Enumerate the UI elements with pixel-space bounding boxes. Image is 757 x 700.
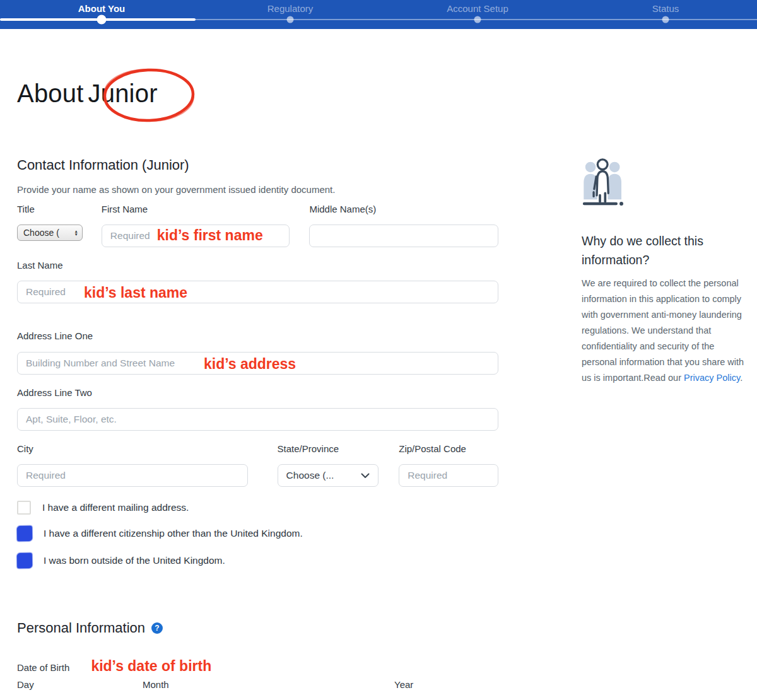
address2-field: Address Line Two xyxy=(17,388,498,431)
page-title: AboutJunior xyxy=(17,79,498,107)
contact-section-subtitle: Provide your name as shown on your gover… xyxy=(17,184,498,195)
personal-section-heading: Personal Information ? xyxy=(17,620,498,636)
last-name-field: Last Name kid’s last name xyxy=(17,260,498,303)
help-icon[interactable]: ? xyxy=(151,622,163,634)
day-label: Day xyxy=(17,680,143,690)
first-name-label: First Name xyxy=(102,204,310,214)
mailing-address-row: I have a different mailing address. xyxy=(17,501,498,515)
dob-label: Date of Birth xyxy=(17,662,69,673)
step-dot-account-setup[interactable] xyxy=(474,16,481,23)
city-label: City xyxy=(17,444,257,454)
dob-label-row: Date of Birth kid’s date of birth xyxy=(17,658,498,675)
address1-input[interactable] xyxy=(17,352,498,375)
address2-label: Address Line Two xyxy=(17,388,498,398)
annotation-dob: kid’s date of birth xyxy=(91,658,211,675)
page-title-circled-word: Junior xyxy=(88,79,158,107)
info-sidebar: Why do we collect this information? We a… xyxy=(582,154,747,386)
middle-name-label: Middle Name(s) xyxy=(309,204,498,214)
dob-fields-row: Day Month Choose (Required) Year xyxy=(17,680,498,700)
select-stepper-icon: ▲▼ xyxy=(74,230,78,236)
first-name-input[interactable] xyxy=(102,225,290,247)
privacy-policy-link[interactable]: Privacy Policy xyxy=(684,373,740,383)
contact-section-heading: Contact Information (Junior) xyxy=(17,157,498,173)
name-fields-row: Title Choose ( ▲▼ First Name kid’s first… xyxy=(17,204,498,247)
step-status[interactable]: Status xyxy=(652,3,679,14)
page-title-prefix: About xyxy=(17,79,84,107)
address2-input[interactable] xyxy=(17,408,498,431)
month-label: Month xyxy=(143,680,374,690)
step-dot-about-you[interactable] xyxy=(97,15,107,25)
year-label: Year xyxy=(394,680,498,690)
born-outside-label: I was born outside of the United Kingdom… xyxy=(44,555,225,566)
mailing-address-label: I have a different mailing address. xyxy=(42,502,189,513)
zip-label: Zip/Postal Code xyxy=(399,444,498,454)
chevron-down-icon xyxy=(361,473,370,479)
born-outside-row: I was born outside of the United Kingdom… xyxy=(17,553,498,568)
citizenship-label: I have a different citizenship other tha… xyxy=(44,528,303,539)
citizenship-checkbox-scribble[interactable] xyxy=(17,526,32,541)
zip-input[interactable] xyxy=(399,464,498,487)
title-label: Title xyxy=(17,204,102,214)
city-state-zip-row: City State/Province Choose (... Zip/Post… xyxy=(17,444,498,487)
sidebar-heading: Why do we collect this information? xyxy=(582,231,747,269)
mailing-address-checkbox[interactable] xyxy=(17,501,31,515)
step-account-setup[interactable]: Account Setup xyxy=(447,3,508,14)
wizard-step-bar: About You Regulatory Account Setup Statu… xyxy=(0,0,757,29)
born-outside-checkbox-scribble[interactable] xyxy=(17,553,32,568)
form-main-column: AboutJunior Contact Information (Junior)… xyxy=(17,79,498,700)
step-dot-status[interactable] xyxy=(662,16,669,23)
people-group-icon xyxy=(582,154,625,211)
state-select[interactable]: Choose (... xyxy=(278,464,379,487)
step-about-you[interactable]: About You xyxy=(78,3,125,14)
step-regulatory[interactable]: Regulatory xyxy=(267,3,314,14)
sidebar-body: We are required to collect the personal … xyxy=(582,276,747,386)
address1-label: Address Line One xyxy=(17,331,498,341)
address1-field: Address Line One kid’s address xyxy=(17,331,498,375)
step-dot-regulatory[interactable] xyxy=(287,16,294,23)
state-label: State/Province xyxy=(278,444,379,454)
sidebar-body-period: . xyxy=(740,373,742,383)
citizenship-row: I have a different citizenship other tha… xyxy=(17,526,498,541)
state-select-value: Choose (... xyxy=(286,470,361,481)
last-name-input[interactable] xyxy=(17,281,498,303)
sidebar-body-text: We are required to collect the personal … xyxy=(582,278,744,383)
title-select[interactable]: Choose ( ▲▼ xyxy=(17,225,83,241)
city-input[interactable] xyxy=(17,464,248,487)
personal-heading-text: Personal Information xyxy=(17,620,145,636)
last-name-label: Last Name xyxy=(17,260,498,271)
title-select-value: Choose ( xyxy=(23,228,73,238)
middle-name-input[interactable] xyxy=(309,225,498,247)
